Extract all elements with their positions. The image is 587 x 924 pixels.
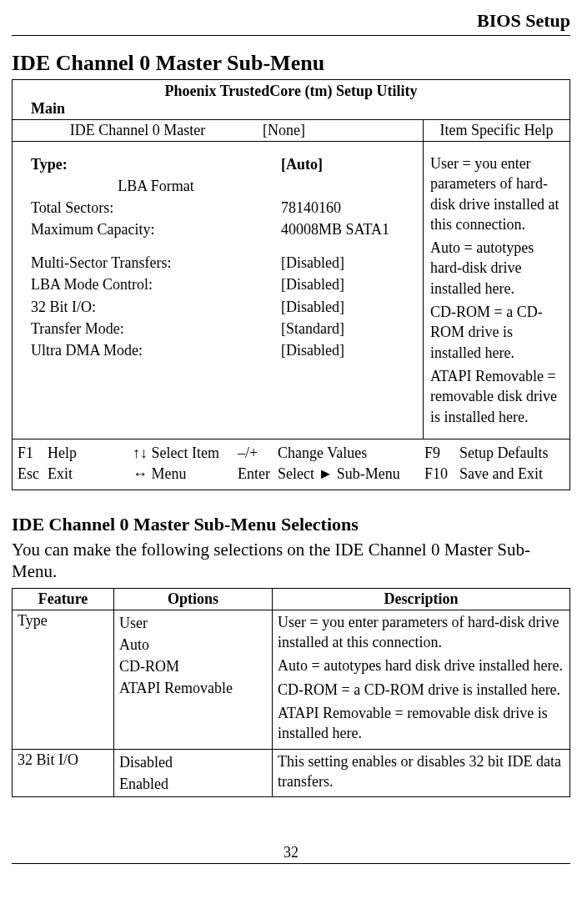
- label-max-capacity: Maximum Capacity:: [31, 218, 281, 240]
- value-transfer-mode: [Standard]: [281, 318, 419, 339]
- cell-description: This setting enables or disables 32 bit …: [273, 749, 570, 797]
- desc-line: Auto = autotypes hard disk drive install…: [278, 655, 564, 675]
- key-menu: ↔ Menu: [133, 464, 238, 485]
- section-title-1: IDE Channel 0 Master Sub-Menu: [12, 51, 570, 76]
- key-f9: F9: [424, 443, 459, 464]
- option-item: ATAPI Removable: [119, 677, 267, 699]
- cell-options: User Auto CD-ROM ATAPI Removable: [114, 610, 273, 749]
- key-exit: Exit: [48, 464, 133, 485]
- selections-table: Feature Options Description Type User Au…: [12, 588, 570, 797]
- row-ultra-dma: Ultra DMA Mode: [Disabled]: [31, 339, 419, 361]
- row-transfer-mode: Transfer Mode: [Standard]: [31, 318, 419, 339]
- value-total-sectors: 78140160: [281, 197, 419, 218]
- desc-line: ATAPI Removable = removable disk drive i…: [278, 703, 564, 744]
- cell-feature: Type: [13, 610, 114, 749]
- bios-menu-tab: Main: [13, 100, 569, 119]
- spacer: [31, 240, 419, 252]
- key-select-submenu: Select ► Sub-Menu: [278, 464, 424, 485]
- th-feature: Feature: [13, 588, 114, 610]
- bios-subheader: IDE Channel 0 Master [None] Item Specifi…: [13, 119, 569, 142]
- bios-help-heading: Item Specific Help: [423, 120, 569, 141]
- page-footer: 32: [12, 844, 570, 866]
- key-esc: Esc: [18, 464, 48, 485]
- row-total-sectors: Total Sectors: 78140160: [31, 197, 419, 218]
- key-row-2: Esc Exit ↔ Menu Enter Select ► Sub-Menu …: [18, 464, 564, 485]
- key-select-item: ↑↓ Select Item: [133, 443, 238, 464]
- desc-line: CD-ROM = a CD-ROM drive is installed her…: [278, 680, 564, 700]
- label-transfer-mode: Transfer Mode:: [31, 318, 281, 339]
- option-item: User: [119, 612, 267, 634]
- bios-body: Type: [Auto] LBA Format Total Sectors: 7…: [13, 142, 569, 439]
- desc-line: User = you enter parameters of hard-disk…: [278, 612, 564, 653]
- footer-rule: [12, 863, 570, 864]
- section-2-intro: You can make the following selections on…: [12, 539, 570, 583]
- label-multi-sector: Multi-Sector Transfers:: [31, 252, 281, 274]
- bios-submenu-label: IDE Channel 0 Master: [13, 122, 263, 139]
- th-description: Description: [273, 588, 570, 610]
- value-type: [Auto]: [281, 153, 419, 175]
- option-item: Auto: [119, 634, 267, 655]
- help-text-2: Auto = autotypes hard-disk drive install…: [430, 238, 563, 299]
- key-f1: F1: [18, 443, 48, 464]
- bios-key-legend: F1 Help ↑↓ Select Item –/+ Change Values…: [13, 439, 569, 490]
- bios-help-panel: User = you enter parameters of hard-disk…: [423, 142, 569, 439]
- row-32bit-io: 32 Bit I/O: [Disabled]: [31, 296, 419, 318]
- value-lba-mode: [Disabled]: [281, 274, 419, 295]
- option-item: CD-ROM: [119, 655, 267, 677]
- th-options: Options: [114, 588, 273, 610]
- label-total-sectors: Total Sectors:: [31, 197, 281, 218]
- option-item: Enabled: [119, 773, 267, 795]
- key-setup-defaults: Setup Defaults: [459, 443, 564, 464]
- row-type: Type: [Auto]: [31, 153, 419, 175]
- key-enter: Enter: [238, 464, 278, 485]
- key-row-1: F1 Help ↑↓ Select Item –/+ Change Values…: [18, 443, 564, 464]
- desc-line: This setting enables or disables 32 bit …: [278, 751, 564, 792]
- bios-settings-panel: Type: [Auto] LBA Format Total Sectors: 7…: [13, 142, 423, 439]
- label-ultra-dma: Ultra DMA Mode:: [31, 339, 281, 361]
- cell-description: User = you enter parameters of hard-disk…: [273, 610, 570, 749]
- cell-feature: 32 Bit I/O: [13, 749, 114, 797]
- bios-submenu-value: [None]: [263, 122, 423, 139]
- key-help: Help: [48, 443, 133, 464]
- cell-options: Disabled Enabled: [114, 749, 273, 797]
- table-row: 32 Bit I/O Disabled Enabled This setting…: [13, 749, 570, 797]
- row-multi-sector: Multi-Sector Transfers: [Disabled]: [31, 252, 419, 274]
- help-text-4: ATAPI Removable = removable disk drive i…: [430, 366, 563, 427]
- help-text-1: User = you enter parameters of hard-disk…: [430, 153, 563, 234]
- key-plusminus: –/+: [238, 443, 278, 464]
- label-lba-format: LBA Format: [31, 175, 281, 197]
- help-text-3: CD-ROM = a CD-ROM drive is installed her…: [430, 302, 563, 363]
- bios-utility-title: Phoenix TrustedCore (tm) Setup Utility: [13, 80, 569, 100]
- option-item: Disabled: [119, 751, 267, 773]
- table-head-row: Feature Options Description: [13, 588, 570, 610]
- row-lba-mode: LBA Mode Control: [Disabled]: [31, 274, 419, 295]
- value-ultra-dma: [Disabled]: [281, 339, 419, 361]
- key-f10: F10: [424, 464, 459, 485]
- bios-subheader-left: IDE Channel 0 Master [None]: [13, 120, 423, 141]
- label-lba-mode: LBA Mode Control:: [31, 274, 281, 295]
- running-head-text: BIOS Setup: [477, 10, 570, 32]
- key-save-exit: Save and Exit: [459, 464, 564, 485]
- running-head: BIOS Setup: [12, 10, 570, 36]
- page: BIOS Setup IDE Channel 0 Master Sub-Menu…: [0, 0, 587, 872]
- label-32bit-io: 32 Bit I/O:: [31, 296, 281, 318]
- section-title-2: IDE Channel 0 Master Sub-Menu Selections: [12, 514, 570, 535]
- value-max-capacity: 40008MB SATA1: [281, 218, 419, 240]
- row-max-capacity: Maximum Capacity: 40008MB SATA1: [31, 218, 419, 240]
- value-multi-sector: [Disabled]: [281, 252, 419, 274]
- value-32bit-io: [Disabled]: [281, 296, 419, 318]
- key-change-values: Change Values: [278, 443, 424, 464]
- bios-box: Phoenix TrustedCore (tm) Setup Utility M…: [12, 79, 570, 490]
- label-type: Type:: [31, 153, 281, 175]
- table-row: Type User Auto CD-ROM ATAPI Removable Us…: [13, 610, 570, 749]
- page-number: 32: [283, 844, 299, 861]
